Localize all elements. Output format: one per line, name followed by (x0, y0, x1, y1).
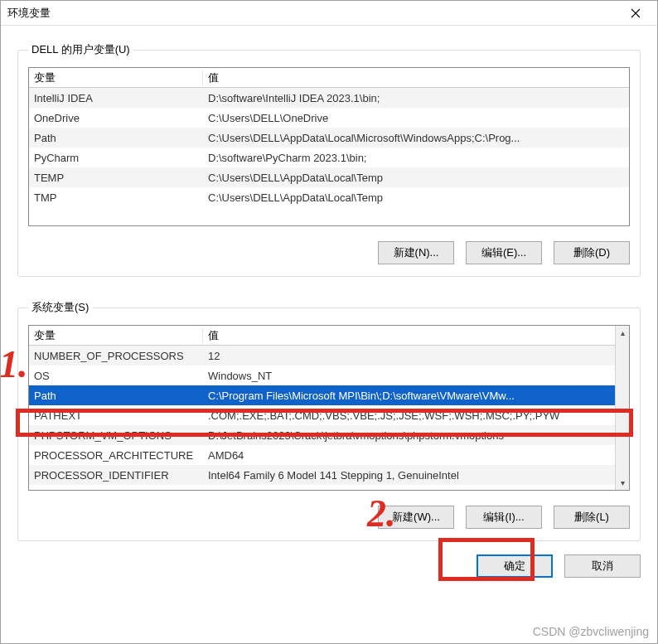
env-vars-dialog: 环境变量 DELL 的用户变量(U) 变量 值 IntelliJ IDEAD:\… (0, 0, 658, 644)
cell-value: AMD64 (203, 449, 629, 462)
cell-value: C:\Users\DELL\AppData\Local\Temp (203, 191, 629, 204)
user-delete-button[interactable]: 删除(D) (554, 241, 630, 264)
user-new-button[interactable]: 新建(N)... (378, 241, 454, 264)
close-icon[interactable] (619, 2, 652, 25)
cell-value: Windows_NT (203, 370, 629, 382)
system-vars-table[interactable]: 变量 值 NUMBER_OF_PROCESSORS12OSWindows_NTP… (28, 325, 630, 491)
cell-value: D:\JetBrains2023\Crack\jetbra\vmoptions\… (203, 429, 629, 442)
table-row[interactable]: IntelliJ IDEAD:\software\IntelliJ IDEA 2… (29, 88, 629, 108)
table-row[interactable]: PROCESSOR_LEVEL6 (29, 485, 629, 491)
system-delete-button[interactable]: 删除(L) (554, 506, 630, 529)
user-table-header: 变量 值 (29, 68, 629, 88)
cell-variable: OneDrive (29, 112, 203, 124)
scrollbar[interactable]: ▴ ▾ (615, 326, 629, 490)
cell-variable: PyCharm (29, 152, 203, 164)
table-row[interactable]: PHPSTORM_VM_OPTIONSD:\JetBrains2023\Crac… (29, 425, 629, 445)
cell-variable: NUMBER_OF_PROCESSORS (29, 350, 203, 362)
scroll-down-icon[interactable]: ▾ (616, 476, 630, 490)
cell-value: .COM;.EXE;.BAT;.CMD;.VBS;.VBE;.JS;.JSE;.… (203, 409, 629, 422)
user-edit-button[interactable]: 编辑(E)... (466, 241, 542, 264)
table-row[interactable]: TEMPC:\Users\DELL\AppData\Local\Temp (29, 167, 629, 187)
user-vars-legend: DELL 的用户变量(U) (28, 42, 133, 57)
cell-value: C:\Program Files\Microsoft MPI\Bin\;D:\s… (203, 390, 629, 402)
table-row[interactable]: OSWindows_NT (29, 366, 629, 385)
cancel-button[interactable]: 取消 (564, 554, 641, 578)
cell-variable: PROCESSOR_ARCHITECTURE (29, 449, 203, 462)
titlebar: 环境变量 (1, 1, 657, 26)
cell-value: C:\Users\DELL\AppData\Local\Temp (203, 172, 629, 184)
cell-value: Intel64 Family 6 Model 141 Stepping 1, G… (203, 469, 629, 482)
cell-value: 12 (203, 350, 629, 362)
cell-variable: Path (29, 390, 203, 402)
cell-variable: PROCESSOR_IDENTIFIER (29, 469, 203, 482)
cell-value: D:\software\PyCharm 2023.1\bin; (203, 152, 629, 164)
col-header-variable[interactable]: 变量 (29, 328, 203, 343)
table-row[interactable]: NUMBER_OF_PROCESSORS12 (29, 346, 629, 366)
ok-button[interactable]: 确定 (477, 554, 553, 578)
col-header-value[interactable]: 值 (203, 328, 615, 343)
cell-value: C:\Users\DELL\OneDrive (203, 112, 629, 124)
watermark: CSDN @zbvcliwenjing (533, 625, 649, 638)
col-header-variable[interactable]: 变量 (29, 70, 203, 85)
cell-value: D:\software\IntelliJ IDEA 2023.1\bin; (203, 92, 629, 104)
user-vars-table[interactable]: 变量 值 IntelliJ IDEAD:\software\IntelliJ I… (28, 67, 630, 226)
table-row[interactable]: PROCESSOR_ARCHITECTUREAMD64 (29, 445, 629, 465)
cell-value: C:\Users\DELL\AppData\Local\Microsoft\Wi… (203, 132, 629, 144)
system-new-button[interactable]: 新建(W)... (378, 506, 454, 529)
dialog-button-row: 确定 取消 (17, 554, 641, 578)
table-row[interactable]: PathC:\Program Files\Microsoft MPI\Bin\;… (29, 385, 629, 405)
cell-variable: PATHEXT (29, 409, 203, 422)
table-row[interactable]: PROCESSOR_IDENTIFIERIntel64 Family 6 Mod… (29, 465, 629, 485)
cell-variable: IntelliJ IDEA (29, 92, 203, 104)
system-edit-button[interactable]: 编辑(I)... (466, 506, 542, 529)
table-row[interactable]: PATHEXT.COM;.EXE;.BAT;.CMD;.VBS;.VBE;.JS… (29, 405, 629, 425)
system-vars-group: 系统变量(S) 变量 值 NUMBER_OF_PROCESSORS12OSWin… (17, 300, 641, 541)
table-row[interactable]: TMPC:\Users\DELL\AppData\Local\Temp (29, 187, 629, 207)
cell-variable: OS (29, 370, 203, 382)
window-title: 环境变量 (7, 6, 619, 21)
cell-variable: TEMP (29, 172, 203, 184)
table-row[interactable]: PathC:\Users\DELL\AppData\Local\Microsof… (29, 128, 629, 148)
table-row[interactable]: OneDriveC:\Users\DELL\OneDrive (29, 108, 629, 128)
user-vars-group: DELL 的用户变量(U) 变量 值 IntelliJ IDEAD:\softw… (17, 42, 641, 277)
cell-variable: PROCESSOR_LEVEL (29, 489, 203, 491)
table-row[interactable]: PyCharmD:\software\PyCharm 2023.1\bin; (29, 148, 629, 167)
scroll-up-icon[interactable]: ▴ (616, 326, 630, 340)
col-header-value[interactable]: 值 (203, 70, 629, 85)
system-table-header: 变量 值 (29, 326, 629, 346)
system-vars-legend: 系统变量(S) (28, 300, 92, 315)
cell-value: 6 (203, 489, 629, 491)
cell-variable: Path (29, 132, 203, 144)
cell-variable: TMP (29, 191, 203, 204)
cell-variable: PHPSTORM_VM_OPTIONS (29, 429, 203, 442)
